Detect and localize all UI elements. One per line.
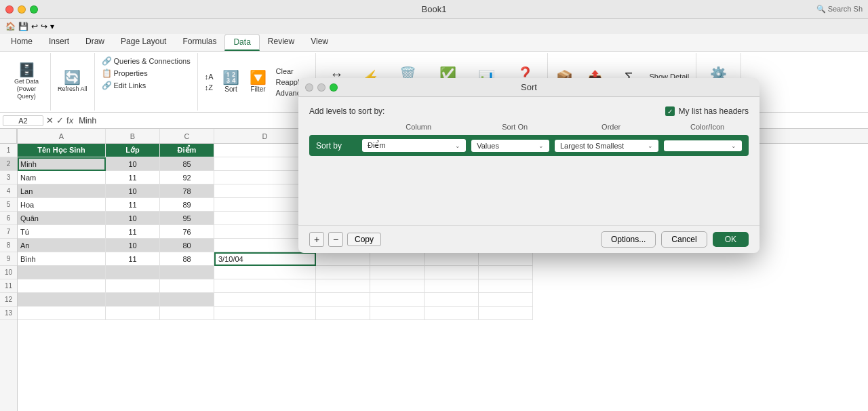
dialog-close-button[interactable] xyxy=(305,83,313,92)
cell-b7[interactable]: 11 xyxy=(106,225,160,239)
insert-function-icon[interactable]: fx xyxy=(66,115,73,125)
cell-a9[interactable]: Bình xyxy=(18,252,106,266)
refresh-button[interactable]: 🔄 Refresh All xyxy=(55,69,90,94)
sort-order-dropdown[interactable]: Largest to Smallest ⌄ xyxy=(555,140,658,152)
cell-a12[interactable] xyxy=(18,293,106,307)
cell-c1[interactable]: Điểm xyxy=(160,144,214,157)
close-button[interactable] xyxy=(5,5,14,14)
get-data-button[interactable]: 🗄️ Get Data (Power Query) xyxy=(7,62,46,101)
filter-button[interactable]: 🔽 Filter xyxy=(246,69,271,94)
cell-g13[interactable] xyxy=(425,307,479,320)
cancel-formula-icon[interactable]: ✕ xyxy=(46,115,54,125)
cell-a10[interactable] xyxy=(18,266,106,279)
tab-review[interactable]: Review xyxy=(260,34,302,51)
cell-a8[interactable]: An xyxy=(18,239,106,252)
cell-b5[interactable]: 11 xyxy=(106,198,160,212)
cell-b11[interactable] xyxy=(106,279,160,293)
undo-icon[interactable]: ↩ xyxy=(31,22,38,31)
home-icon[interactable]: 🏠 xyxy=(5,22,16,31)
sort-za-button[interactable]: ↕Z xyxy=(202,83,216,92)
customize-icon[interactable]: ▾ xyxy=(50,22,54,31)
cell-d10[interactable] xyxy=(214,266,316,279)
tab-view[interactable]: View xyxy=(302,34,336,51)
cancel-button[interactable]: Cancel xyxy=(661,231,707,248)
cell-c9[interactable]: 88 xyxy=(160,252,214,266)
tab-home[interactable]: Home xyxy=(3,34,41,51)
headers-checkbox[interactable]: ✓ xyxy=(665,106,675,116)
cell-d13[interactable] xyxy=(214,307,316,320)
cell-b3[interactable]: 11 xyxy=(106,171,160,184)
cell-c5[interactable]: 89 xyxy=(160,198,214,212)
cell-b10[interactable] xyxy=(106,266,160,279)
properties-button[interactable]: 📋 Properties xyxy=(99,68,151,79)
cell-e11[interactable] xyxy=(316,279,370,293)
search-area[interactable]: 🔍 Search Sh xyxy=(816,5,863,14)
cell-a1[interactable]: Tên Học Sinh xyxy=(18,144,106,157)
copy-level-button[interactable]: Copy xyxy=(347,233,381,246)
cell-b12[interactable] xyxy=(106,293,160,307)
cell-c13[interactable] xyxy=(160,307,214,320)
options-button[interactable]: Options... xyxy=(601,231,656,248)
save-icon[interactable]: 💾 xyxy=(18,22,28,31)
cell-a6[interactable]: Quân xyxy=(18,212,106,225)
cell-h10[interactable] xyxy=(479,266,533,279)
sort-button[interactable]: 🔢 Sort xyxy=(219,69,243,94)
tab-draw[interactable]: Draw xyxy=(77,34,113,51)
cell-a11[interactable] xyxy=(18,279,106,293)
redo-icon[interactable]: ↪ xyxy=(41,22,47,31)
cell-f10[interactable] xyxy=(370,266,425,279)
cell-b6[interactable]: 10 xyxy=(106,212,160,225)
cell-f13[interactable] xyxy=(370,307,425,320)
tab-insert[interactable]: Insert xyxy=(41,34,77,51)
cell-d12[interactable] xyxy=(214,293,316,307)
add-level-button[interactable]: + xyxy=(309,232,324,247)
dialog-max-button[interactable] xyxy=(330,83,338,92)
confirm-formula-icon[interactable]: ✓ xyxy=(56,115,64,125)
cell-a3[interactable]: Nam xyxy=(18,171,106,184)
cell-b13[interactable] xyxy=(106,307,160,320)
queries-connections-button[interactable]: 🔗 Queries & Connections xyxy=(99,56,193,66)
cell-b8[interactable]: 10 xyxy=(106,239,160,252)
cell-f12[interactable] xyxy=(370,293,425,307)
cell-d11[interactable] xyxy=(214,279,316,293)
sort-column-dropdown[interactable]: Điểm ⌄ xyxy=(362,139,466,152)
cell-e12[interactable] xyxy=(316,293,370,307)
cell-c6[interactable]: 95 xyxy=(160,212,214,225)
tab-data[interactable]: Data xyxy=(224,34,259,51)
name-box[interactable]: A2 xyxy=(3,115,43,126)
cell-c4[interactable]: 78 xyxy=(160,184,214,198)
cell-a7[interactable]: Tú xyxy=(18,225,106,239)
cell-c11[interactable] xyxy=(160,279,214,293)
cell-g10[interactable] xyxy=(425,266,479,279)
cell-d9[interactable]: 3/10/04 xyxy=(214,252,316,266)
cell-f9[interactable] xyxy=(370,252,425,266)
tab-formulas[interactable]: Formulas xyxy=(174,34,224,51)
cell-h11[interactable] xyxy=(479,279,533,293)
sort-color-dropdown[interactable]: ⌄ xyxy=(664,140,742,151)
cell-a13[interactable] xyxy=(18,307,106,320)
cell-h12[interactable] xyxy=(479,293,533,307)
clear-button[interactable]: Clear xyxy=(273,66,312,76)
cell-c7[interactable]: 76 xyxy=(160,225,214,239)
edit-links-button[interactable]: 🔗 Edit Links xyxy=(99,80,149,91)
cell-h9[interactable] xyxy=(479,252,533,266)
cell-b1[interactable]: Lớp xyxy=(106,144,160,157)
cell-g12[interactable] xyxy=(425,293,479,307)
cell-b2[interactable]: 10 xyxy=(106,157,160,171)
cell-c2[interactable]: 85 xyxy=(160,157,214,171)
cell-e10[interactable] xyxy=(316,266,370,279)
cell-a5[interactable]: Hoa xyxy=(18,198,106,212)
ok-button[interactable]: OK xyxy=(713,232,749,247)
cell-c12[interactable] xyxy=(160,293,214,307)
cell-h13[interactable] xyxy=(479,307,533,320)
cell-e13[interactable] xyxy=(316,307,370,320)
cell-f11[interactable] xyxy=(370,279,425,293)
tab-page-layout[interactable]: Page Layout xyxy=(113,34,174,51)
cell-a2[interactable]: Minh xyxy=(18,157,106,171)
maximize-button[interactable] xyxy=(30,5,38,14)
sort-az-button[interactable]: ↕A xyxy=(202,72,216,81)
cell-a4[interactable]: Lan xyxy=(18,184,106,198)
cell-b4[interactable]: 10 xyxy=(106,184,160,198)
cell-c10[interactable] xyxy=(160,266,214,279)
dialog-min-button[interactable] xyxy=(317,83,326,92)
